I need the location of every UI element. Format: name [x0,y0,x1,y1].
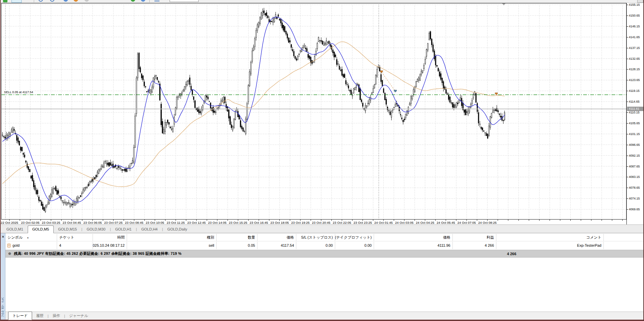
price-tick-label: 4069.65 [629,208,644,211]
crosshair-icon[interactable] [84,0,89,2]
header-cell-8[interactable]: 価格 [374,234,453,241]
candles [2,8,505,213]
trade-table-header[interactable]: シンボル▲チケット時間種別数量価格S/L (ストップロス)T/P (テイクプロフ… [5,234,644,241]
time-tick-label: 23 Oct 03:25 [42,221,60,224]
chart-tab-gold-m15[interactable]: GOLD,M15 [54,226,81,233]
chart-tab-gold-h1[interactable]: GOLD,H1 [111,226,136,233]
row-cell-1[interactable]: 4 [57,242,93,249]
time-tick-label: 23 Oct 11:25 [167,221,185,224]
row-cell-9[interactable]: 4 266 [453,242,496,249]
toolbox-tab-3[interactable]: ジャーナル [65,312,92,320]
time-tick-label: 23 Oct 20:45 [312,221,330,224]
time-tick-label: 23 Oct 12:45 [187,221,205,224]
chart-shift-marker[interactable] [502,3,505,5]
symbol-combobox[interactable] [170,0,199,2]
row-cell-4[interactable]: 0.05 [217,242,257,249]
toolbox-tab-2[interactable]: 操作 [49,312,64,320]
header-cell-4[interactable]: 数量 [217,234,257,241]
row-cell-2[interactable]: 2025.10.24 08:17:12 [93,242,127,249]
time-tick-label: 23 Oct 23:25 [353,221,372,224]
row-cell-8[interactable]: 4111.96 [374,242,453,249]
price-tick-label: 4105.65 [629,122,644,125]
row-cell-3[interactable]: sell [127,242,217,249]
chart-tab-gold-daily[interactable]: GOLD,Daily [163,226,192,233]
toolbox-panel: × ツールボックス シンボル▲チケット時間種別数量価格S/L (ストップロス)T… [1,233,644,320]
header-cell-2[interactable]: 時間 [93,234,127,241]
tester-icon[interactable] [141,0,145,2]
current-bid-price-box: 4111.61 [627,107,644,111]
total-profit-value: 4 266 [480,252,516,256]
sort-arrow-icon[interactable]: ▲ [27,236,29,239]
row-cell-6[interactable]: 0.00 [296,242,335,249]
header-cell-1[interactable]: チケット [57,234,93,241]
time-tick-label: 24 Oct 07:05 [457,221,476,224]
header-cell-0[interactable]: シンボル▲ [5,234,57,241]
top-toolbar-clipped[interactable] [1,0,643,3]
header-cell-10[interactable]: コメント [496,234,604,241]
price-tick-label: 4146.15 [629,25,644,28]
time-tick-label: 24 Oct 05:45 [437,221,455,224]
balance-summary-text: 残高: 40 996 JPY 有効証拠金: 45 262 必要証拠金: 6 29… [14,251,181,256]
header-cell-3[interactable]: 種別 [127,234,217,241]
toolbar-separator [149,0,150,2]
timeframes-icon[interactable] [154,0,159,1]
time-tick-label: 23 Oct 18:05 [270,221,289,224]
chart-tab-gold-m1[interactable]: GOLD,M1 [2,226,28,233]
header-cell-5[interactable]: 価格 [257,234,296,241]
time-tick-label: 24 Oct 04:25 [416,221,434,224]
chart-mode-button[interactable] [11,0,22,3]
row-cell-10[interactable]: Exp-TesterPad [496,242,604,249]
time-tick-label: 23 Oct 19:25 [291,221,309,224]
chart-tab-gold-m30[interactable]: GOLD,M30 [82,226,110,233]
time-tick-label: 23 Oct 02:05 [21,221,39,224]
chart-tab-gold-h4[interactable]: GOLD,H4 [137,226,162,233]
price-tick-label: 4150.65 [629,14,644,17]
time-tick-label: 23 Oct 06:05 [83,221,102,224]
time-tick-label: 24 Oct 08:25 [478,221,496,224]
time-tick-label: 23 Oct 15:25 [229,221,247,224]
header-cell-9[interactable]: 利益 [453,234,496,241]
price-tick-label: 4083.15 [629,175,644,179]
new-order-icon[interactable] [3,0,7,2]
zoom-in-icon[interactable] [39,0,43,2]
indicators-icon[interactable] [64,0,68,2]
time-tick-label: 23 Oct 22:05 [333,221,351,224]
price-tick-label: 4074.15 [629,197,644,200]
trade-arrow-icon [380,71,383,73]
price-tick-label: 4119.15 [629,89,644,92]
price-tick-label: 4123.65 [629,78,644,82]
toolbox-side-strip[interactable]: × ツールボックス [1,233,5,320]
price-tick-label: 4114.65 [629,100,644,103]
toolbox-vertical-title[interactable]: ツールボックス [1,298,5,319]
zoom-out-icon[interactable] [50,0,54,2]
price-tick-label: 4128.15 [629,68,644,71]
row-cell-5[interactable]: 4117.54 [257,242,296,249]
price-tick-label: 4101.15 [629,132,644,136]
header-cell-7[interactable]: T/P (テイクプロフィット) [335,234,374,241]
price-tick-label: 4132.65 [629,57,644,60]
chart-timeframe-tabs: GOLD,M1GOLD,M5GOLD,M15|GOLD,M30|GOLD,H1|… [1,224,644,233]
time-tick-label: 24 Oct 01:45 [374,221,393,224]
toolbox-close-icon[interactable]: × [1,235,5,239]
row-cell-0[interactable]: gold [5,242,57,249]
window-fragment [637,0,643,3]
toolbox-tab-1[interactable]: 履歴 [32,312,48,320]
time-tick-label: 23 Oct 10:05 [146,221,164,224]
chart-tab-gold-m5[interactable]: GOLD,M5 [28,225,54,233]
time-tick-label: 23 Oct 07:25 [104,221,122,224]
objects-icon[interactable] [74,0,78,2]
time-tick-label: 23 Oct 08:45 [125,221,143,224]
account-balance-row: ⊕ 残高: 40 996 JPY 有効証拠金: 45 262 必要証拠金: 6 … [5,250,644,258]
price-chart-canvas[interactable]: 22 Oct 202523 Oct 02:0523 Oct 03:2523 Oc… [1,3,626,224]
header-cell-6[interactable]: S/L (ストップロス) [296,234,335,241]
trade-arrow-icon [394,90,397,92]
autotrade-icon[interactable] [131,0,135,2]
time-tick-label: 24 Oct 03:05 [395,221,413,224]
row-cell-7[interactable]: 0.00 [335,242,374,249]
price-axis[interactable]: 4155.154150.654146.154141.654137.154132.… [626,3,644,224]
trade-table-row[interactable]: gold42025.10.24 08:17:12sell0.054117.540… [5,242,644,249]
expand-icon[interactable]: ⊕ [8,251,11,256]
toolbox-tab-0[interactable]: トレード [8,312,32,320]
moving-average-line [2,42,504,187]
sell-position-line-label: SELL 0.05 at 4117.54 [3,90,34,94]
